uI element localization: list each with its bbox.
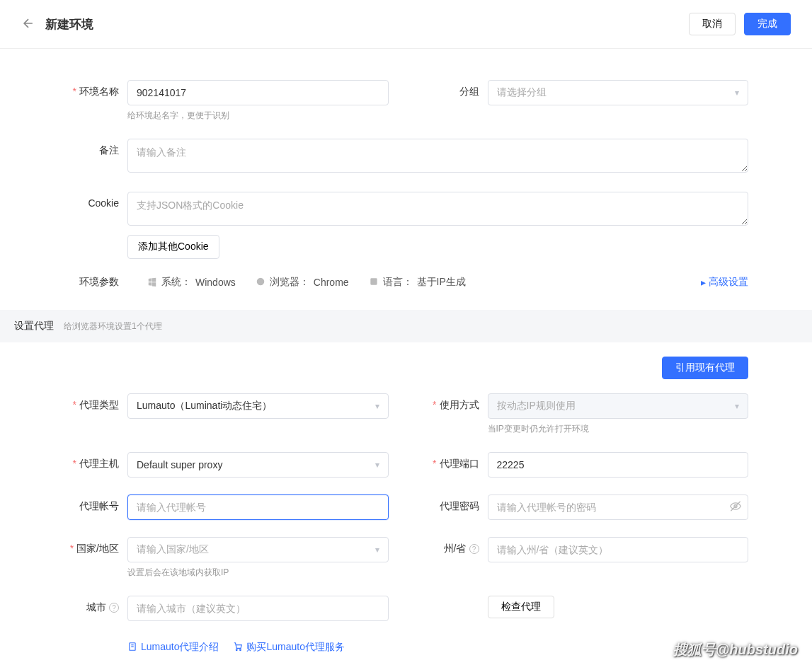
- windows-icon: [147, 277, 157, 289]
- browser-icon: [256, 277, 265, 289]
- chevron-down-icon: ▾: [735, 88, 739, 98]
- lumauto-intro-link[interactable]: Lumauto代理介绍: [127, 641, 219, 654]
- help-icon[interactable]: ?: [469, 544, 479, 554]
- section-truncated-top: [21, 49, 791, 60]
- cookie-input[interactable]: [127, 192, 748, 226]
- svg-point-7: [236, 649, 238, 650]
- state-input[interactable]: [488, 537, 749, 562]
- proxy-type-label: 代理类型: [79, 399, 119, 410]
- proxy-host-select[interactable]: Default super proxy ▾: [127, 452, 389, 478]
- proxy-section-desc: 给浏览器环境设置1个代理: [64, 320, 162, 332]
- svg-point-0: [257, 277, 265, 285]
- country-select[interactable]: 请输入国家/地区 ▾: [127, 537, 389, 562]
- proxy-account-input[interactable]: [127, 495, 389, 520]
- svg-rect-1: [370, 278, 377, 284]
- proxy-password-label: 代理密码: [440, 500, 479, 511]
- play-icon: ▸: [701, 277, 706, 288]
- usage-hint: 当IP变更时仍允许打开环境: [488, 423, 749, 435]
- cart-icon: [233, 642, 243, 654]
- proxy-account-label: 代理帐号: [79, 500, 119, 511]
- back-icon[interactable]: [21, 16, 35, 33]
- env-name-hint: 给环境起名字，更便于识别: [127, 110, 389, 122]
- city-input[interactable]: [127, 596, 389, 621]
- env-name-input[interactable]: [127, 80, 389, 105]
- complete-button[interactable]: 完成: [744, 13, 791, 35]
- lumauto-buy-link[interactable]: 购买Lumauto代理服务: [233, 641, 344, 654]
- check-proxy-button[interactable]: 检查代理: [488, 596, 554, 618]
- chevron-down-icon: ▾: [375, 401, 379, 411]
- proxy-type-select[interactable]: Lumauto（Luminati动态住宅） ▾: [127, 393, 389, 419]
- svg-point-8: [240, 649, 241, 650]
- env-params-label: 环境参数: [64, 276, 127, 289]
- city-label: 城市: [86, 601, 106, 614]
- cookie-label: Cookie: [88, 197, 119, 209]
- country-hint: 设置后会在该地域内获取IP: [127, 567, 389, 579]
- eye-off-icon[interactable]: [730, 501, 741, 514]
- env-name-label: 环境名称: [79, 86, 119, 97]
- remark-label: 备注: [99, 144, 119, 156]
- proxy-host-label: 代理主机: [79, 458, 119, 469]
- state-label: 州/省: [444, 543, 467, 555]
- group-label: 分组: [459, 86, 479, 97]
- chevron-down-icon: ▾: [375, 460, 379, 470]
- proxy-port-label: 代理端口: [440, 458, 479, 469]
- advanced-settings-link[interactable]: ▸ 高级设置: [701, 276, 748, 289]
- country-label: 国家/地区: [76, 543, 119, 554]
- cancel-button[interactable]: 取消: [689, 13, 736, 35]
- proxy-section-title: 设置代理: [14, 320, 54, 332]
- help-icon[interactable]: ?: [109, 603, 119, 613]
- proxy-password-input[interactable]: [488, 495, 749, 520]
- proxy-port-input[interactable]: [488, 452, 749, 478]
- usage-select[interactable]: 按动态IP规则使用 ▾: [488, 393, 749, 419]
- usage-label: 使用方式: [440, 399, 479, 410]
- chevron-down-icon: ▾: [735, 401, 739, 411]
- add-cookie-button[interactable]: 添加其他Cookie: [127, 235, 219, 259]
- import-proxy-button[interactable]: 引用现有代理: [662, 357, 748, 379]
- language-icon: [369, 277, 379, 289]
- page-title: 新建环境: [45, 16, 93, 33]
- group-select[interactable]: 请选择分组 ▾: [488, 80, 749, 105]
- doc-icon: [127, 642, 137, 654]
- chevron-down-icon: ▾: [375, 545, 379, 555]
- remark-input[interactable]: [127, 139, 748, 173]
